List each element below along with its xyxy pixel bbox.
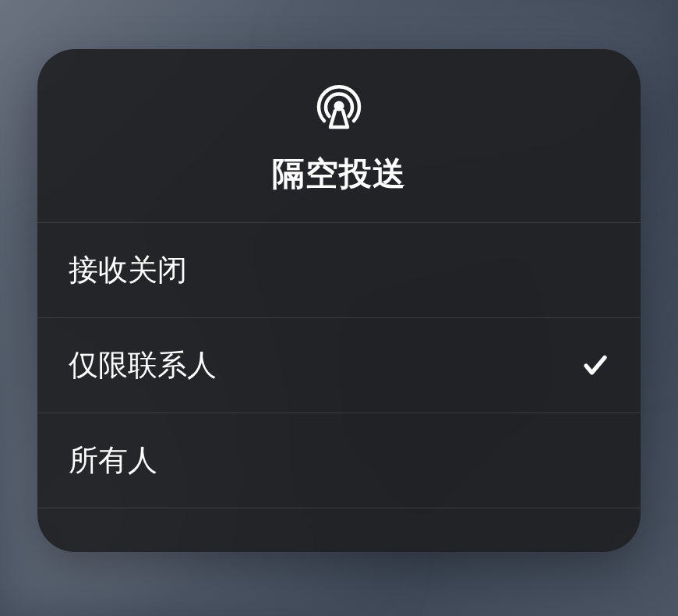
option-label: 仅限联系人 [69, 345, 217, 385]
airdrop-panel: 隔空投送 接收关闭 仅限联系人 所有人 [37, 49, 641, 552]
checkmark-icon [581, 352, 609, 380]
option-label: 接收关闭 [69, 250, 187, 290]
option-everyone[interactable]: 所有人 [37, 413, 641, 508]
panel-header: 隔空投送 [37, 49, 641, 223]
panel-bottom-spacer [37, 508, 641, 552]
airdrop-icon [314, 82, 364, 132]
option-label: 所有人 [69, 441, 157, 480]
options-list: 接收关闭 仅限联系人 所有人 [37, 223, 641, 508]
option-contacts-only[interactable]: 仅限联系人 [37, 318, 641, 413]
panel-title: 隔空投送 [272, 152, 406, 196]
option-receiving-off[interactable]: 接收关闭 [37, 223, 641, 318]
